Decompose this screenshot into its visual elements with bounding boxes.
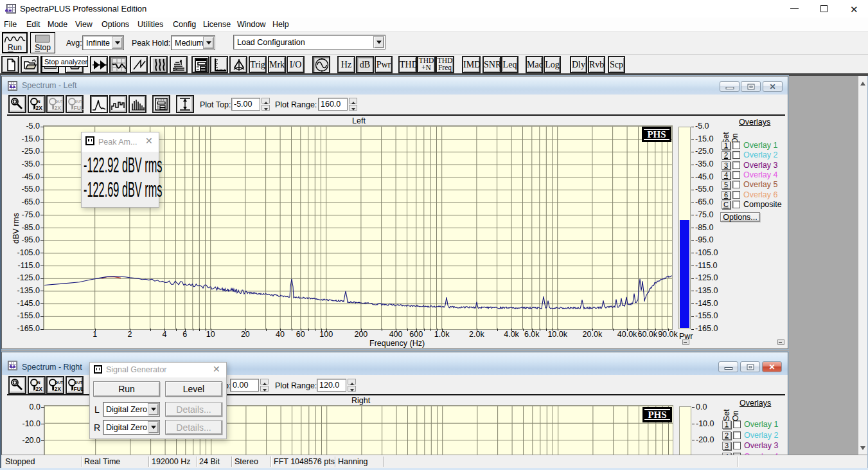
svg-text:2X: 2X	[35, 386, 42, 392]
svg-text:OUT: OUT	[75, 381, 83, 384]
svg-text:2X: 2X	[55, 386, 62, 392]
svg-text:2X: 2X	[55, 105, 62, 111]
svg-text:FULL: FULL	[74, 105, 84, 111]
svg-text:IN: IN	[36, 100, 40, 104]
svg-text:FULL: FULL	[74, 386, 84, 392]
svg-text:OUT: OUT	[75, 100, 83, 104]
svg-text:OUT: OUT	[55, 381, 64, 384]
svg-text:OUT: OUT	[55, 100, 64, 104]
svg-text:IN: IN	[36, 381, 40, 384]
svg-text:2X: 2X	[35, 105, 42, 111]
